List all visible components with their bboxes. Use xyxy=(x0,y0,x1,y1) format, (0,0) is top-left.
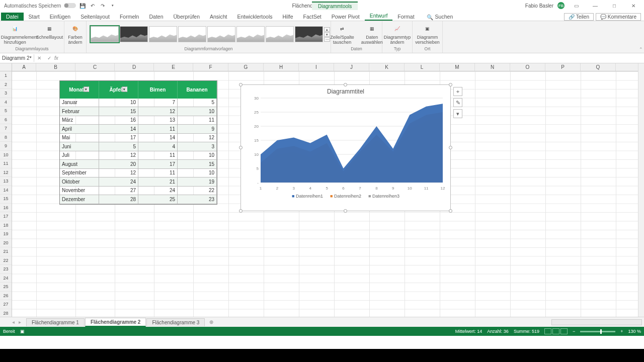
resize-handle[interactable] xyxy=(344,209,347,213)
view-mode-buttons[interactable] xyxy=(544,328,568,334)
user-name[interactable]: Fabio Basler xyxy=(525,3,553,9)
search-label[interactable]: Suchen xyxy=(433,13,458,21)
move-chart-button[interactable]: ▣Diagramm verschieben xyxy=(413,23,442,46)
tab-format[interactable]: Format xyxy=(392,13,419,21)
sheet-nav-prev-icon[interactable]: ◂ xyxy=(12,319,19,325)
table-row[interactable]: August201715 xyxy=(60,160,217,169)
add-sheet-button[interactable]: ⊕ xyxy=(205,318,217,326)
tab-einfügen[interactable]: Einfügen xyxy=(45,13,75,21)
chart-legend[interactable]: Datenreihen1 Datenreihen2 Datenreihen3 xyxy=(241,192,450,199)
tab-factset[interactable]: FactSet xyxy=(298,13,327,21)
resize-handle[interactable] xyxy=(449,209,452,213)
select-all-corner[interactable] xyxy=(0,63,12,71)
style-thumb-2[interactable] xyxy=(120,26,148,42)
vertical-scrollbar[interactable] xyxy=(638,63,644,317)
tab-hilfe[interactable]: Hilfe xyxy=(278,13,298,21)
table-row[interactable]: Oktober242119 xyxy=(60,177,217,187)
data-table[interactable]: Monat▾Äpfel▾BirnenBananen Januar1075Febr… xyxy=(59,80,217,205)
sheet-nav-next-icon[interactable]: ▸ xyxy=(19,319,26,325)
table-row[interactable]: März161311 xyxy=(60,116,217,125)
save-icon[interactable]: 💾 xyxy=(79,2,86,9)
tab-daten[interactable]: Daten xyxy=(144,13,168,21)
chart-title[interactable]: Diagrammtitel xyxy=(241,85,450,96)
comments-button[interactable]: 💬 Kommentare xyxy=(596,13,641,21)
collapse-ribbon-icon[interactable]: ⌃ xyxy=(639,47,643,52)
sheet-tab[interactable]: Flächendiagramme 2 xyxy=(85,318,146,327)
close-icon[interactable]: ✕ xyxy=(626,1,641,10)
minimize-icon[interactable]: — xyxy=(588,1,603,10)
table-row[interactable]: Juni543 xyxy=(60,142,217,151)
chart-style-gallery[interactable] xyxy=(90,25,324,43)
style-thumb-6[interactable] xyxy=(236,26,265,42)
autosave-toggle[interactable] xyxy=(64,3,76,8)
table-row[interactable]: Mai171412 xyxy=(60,134,217,143)
table-row[interactable]: Januar1075 xyxy=(60,99,217,108)
tab-start[interactable]: Start xyxy=(24,13,45,21)
zoom-slider[interactable] xyxy=(580,331,615,332)
sheet-tab[interactable]: Flächendiagramme 1 xyxy=(26,318,85,326)
fx-icon[interactable]: fx xyxy=(54,55,60,61)
cancel-formula-icon[interactable]: ✕ xyxy=(34,55,44,61)
macro-record-icon[interactable]: ▣ xyxy=(20,329,25,334)
resize-handle[interactable] xyxy=(239,146,243,149)
horizontal-scrollbar[interactable] xyxy=(551,319,642,325)
table-row[interactable]: Juli121110 xyxy=(60,151,217,160)
worksheet-grid[interactable]: ABCDEFGHIJKLMNOPQ 1234567891011121314151… xyxy=(0,63,644,317)
style-thumb-8[interactable] xyxy=(295,26,323,42)
undo-icon[interactable]: ↶ xyxy=(89,2,96,9)
enter-formula-icon[interactable]: ✓ xyxy=(44,55,54,61)
maximize-icon[interactable]: □ xyxy=(607,1,622,10)
change-chart-type-button[interactable]: 📈Diagrammtyp ändern xyxy=(382,23,413,46)
qat-dropdown-icon[interactable]: ▾ xyxy=(109,2,116,9)
chart-brush-icon[interactable]: ✎ xyxy=(453,98,462,107)
formula-input[interactable] xyxy=(60,54,644,62)
style-thumb-3[interactable] xyxy=(149,26,177,42)
resize-handle[interactable] xyxy=(239,83,243,86)
filter-dropdown-icon[interactable]: ▾ xyxy=(84,86,89,92)
legend-item[interactable]: Datenreihen1 xyxy=(292,194,323,199)
legend-item[interactable]: Datenreihen2 xyxy=(330,194,361,199)
chart-filter-icon[interactable]: ▾ xyxy=(453,109,462,118)
column-headers[interactable]: ABCDEFGHIJKLMNOPQ xyxy=(12,63,638,71)
tab-ansicht[interactable]: Ansicht xyxy=(205,13,232,21)
legend-item[interactable]: Datenreihen3 xyxy=(368,194,399,199)
resize-handle[interactable] xyxy=(239,209,243,213)
resize-handle[interactable] xyxy=(449,146,452,149)
add-chart-element-button[interactable]: 📊Diagrammelement hinzufügen xyxy=(0,23,31,46)
tab-seitenlayout[interactable]: Seitenlayout xyxy=(75,13,115,21)
tab-überprüfen[interactable]: Überprüfen xyxy=(169,13,205,21)
table-row[interactable]: September121110 xyxy=(60,169,217,178)
style-thumb-1[interactable] xyxy=(91,26,119,42)
tab-entwicklertools[interactable]: Entwicklertools xyxy=(232,13,277,21)
style-thumb-4[interactable] xyxy=(178,26,206,42)
zoom-out-icon[interactable]: − xyxy=(573,329,575,334)
resize-handle[interactable] xyxy=(449,83,452,86)
chart-plot-area[interactable]: -51015202530123456789101112 xyxy=(246,96,446,192)
tab-power pivot[interactable]: Power Pivot xyxy=(327,13,365,21)
switch-row-col-button[interactable]: ⇄Zeile/Spalte tauschen xyxy=(328,23,356,46)
sheet-tab[interactable]: Flächendiagramme 3 xyxy=(146,318,205,326)
tab-formeln[interactable]: Formeln xyxy=(115,13,144,21)
tab-entwurf[interactable]: Entwurf xyxy=(365,12,393,21)
style-thumb-5[interactable] xyxy=(207,26,235,42)
row-headers[interactable]: 1234567891011121314151617181920212223242… xyxy=(0,71,12,317)
quick-layout-button[interactable]: ▦Schnelllayout xyxy=(34,23,65,41)
style-thumb-7[interactable] xyxy=(266,26,294,42)
zoom-in-icon[interactable]: + xyxy=(620,329,623,334)
change-colors-button[interactable]: 🎨Farben ändern xyxy=(66,23,85,46)
table-row[interactable]: November272422 xyxy=(60,187,217,196)
table-row[interactable]: Februar151210 xyxy=(60,107,217,116)
share-button[interactable]: 🔗 Teilen xyxy=(564,13,594,21)
table-row[interactable]: April14119 xyxy=(60,125,217,134)
resize-handle[interactable] xyxy=(344,83,347,86)
tab-file[interactable]: Datei xyxy=(1,13,24,21)
avatar[interactable]: FB xyxy=(557,2,565,9)
chart-plus-icon[interactable]: + xyxy=(453,87,462,96)
table-row[interactable]: Dezember282523 xyxy=(60,195,217,204)
filter-dropdown-icon[interactable]: ▾ xyxy=(122,86,127,92)
select-data-button[interactable]: ▦Daten auswählen xyxy=(359,23,385,46)
chart-object[interactable]: Diagrammtitel -5101520253012345678910111… xyxy=(240,84,451,211)
ribbon-mode-icon[interactable]: ▭ xyxy=(569,1,584,10)
redo-icon[interactable]: ↷ xyxy=(99,2,106,9)
zoom-level[interactable]: 130 % xyxy=(628,329,641,334)
